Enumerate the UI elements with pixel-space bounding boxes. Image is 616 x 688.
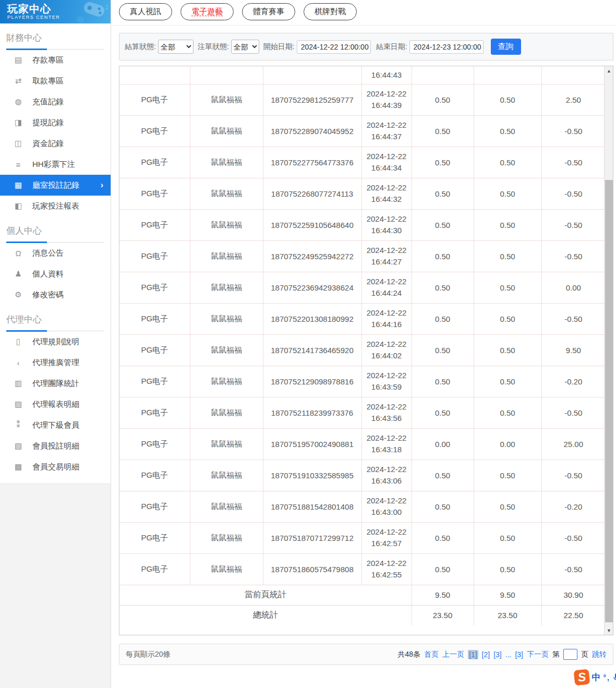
datetime-date: 2024-12-22 [363, 88, 410, 100]
sidebar-item-active[interactable]: ▦廳室投註記錄› [0, 175, 111, 196]
page-number[interactable]: [1] [468, 650, 478, 659]
datetime-time: 16:43:00 [363, 506, 410, 518]
ime-toolbar[interactable]: S 中 °, [574, 670, 616, 685]
cell-valid-bet: 0.00 [474, 428, 541, 460]
cell-order-id: 1870752277564773376 [263, 147, 361, 178]
datetime-date: 2024-12-22 [363, 495, 410, 506]
cell-order-id: 1870752249525942272 [263, 240, 361, 272]
scrollbar-down-button[interactable]: ▼ [605, 626, 613, 635]
jump-prefix-label: 第 [552, 650, 560, 659]
jump-button[interactable]: 跳转 [592, 650, 607, 659]
datetime-date: 2024-12-22 [363, 213, 410, 225]
member-transaction-detail-icon: ▩ [14, 462, 23, 472]
cell-datetime: 2024-12-2216:44:37 [361, 115, 412, 147]
tab-item[interactable]: 棋牌對戰 [304, 3, 357, 20]
sidebar-item-link[interactable]: ▯代理規則說明 [0, 331, 111, 352]
scrollbar-track[interactable]: ▲ ▼ [604, 66, 613, 635]
cell-datetime: 2024-12-2216:44:39 [361, 84, 412, 115]
settle-status-select[interactable]: 全部 [158, 40, 194, 54]
sidebar-item-link[interactable]: ⁑代理下級會員 [0, 415, 111, 436]
sidebar-item-link[interactable]: ‹代理推廣管理 [0, 352, 111, 373]
page: 玩家中心 PLAYERS CENTER 財務中心▤存款專區⇄取款專區◍充值記錄◨… [0, 0, 616, 688]
sidebar-item-link[interactable]: Ω消息公告 [0, 243, 111, 263]
table-row: PG电子鼠鼠福福18707518815428014082024-12-2216:… [119, 491, 605, 522]
sidebar-item-link[interactable]: ◫資金記錄 [0, 133, 111, 154]
page-number[interactable]: [3] [493, 650, 502, 659]
table-row: PG电子鼠鼠福福18707518707172997122024-12-2216:… [119, 522, 605, 553]
cell-datetime: 2024-12-2216:43:18 [361, 428, 412, 460]
sidebar-item-label: 代理下級會員 [32, 420, 79, 430]
summary-label: 當前頁統計 [119, 585, 412, 605]
cell-bet-amount: 0.50 [412, 115, 474, 147]
page-size-text: 每頁顯示20條 [126, 650, 171, 659]
sidebar: 玩家中心 PLAYERS CENTER 財務中心▤存款專區⇄取款專區◍充值記錄◨… [0, 0, 111, 688]
sidebar-item-link[interactable]: ▩會員交易明細 [0, 456, 111, 477]
sidebar-section-title: 代理中心 [6, 313, 104, 331]
agent-sub-members-icon: ⁑ [14, 420, 23, 430]
page-number[interactable]: [3] [515, 650, 523, 659]
start-date-input[interactable] [297, 40, 371, 54]
datetime-date: 2024-12-22 [363, 307, 410, 319]
cell-empty [541, 66, 605, 84]
start-date-label: 開始日期: [263, 42, 295, 52]
ime-language-indicator[interactable]: 中 [592, 671, 601, 683]
cell-datetime: 2024-12-2216:43:56 [361, 397, 412, 428]
pagination-first[interactable]: 首页 [424, 650, 439, 659]
jump-page-input[interactable] [563, 649, 577, 660]
cell-bet-amount: 0.50 [412, 303, 474, 334]
agent-team-stats-icon: ▥ [14, 379, 23, 388]
cell-valid-bet: 0.50 [474, 397, 541, 428]
scrollbar-up-button[interactable]: ▲ [605, 66, 613, 75]
cell-win-loss: -0.50 [541, 240, 605, 272]
tab-active[interactable]: 電子遊藝 [180, 3, 234, 20]
cell-win-loss: -0.50 [541, 397, 605, 428]
tab-item[interactable]: 體育賽事 [242, 3, 295, 20]
sidebar-item-label: 廳室投註記錄 [32, 180, 79, 190]
sidebar-item-link[interactable]: ▧會員投註明細 [0, 436, 111, 456]
datetime-time: 16:43:59 [363, 381, 410, 393]
cell-platform: PG电子 [119, 303, 190, 334]
sidebar-item-link[interactable]: ≡HH彩票下注 [0, 154, 111, 175]
cell-win-loss: -0.50 [541, 209, 605, 240]
member-bet-detail-icon: ▧ [14, 441, 23, 451]
cell-empty [412, 66, 474, 84]
page-number[interactable]: [2] [482, 650, 490, 659]
pagination-next[interactable]: 下一页 [527, 650, 549, 659]
table-row: PG电子鼠鼠福福18707522775647733762024-12-2216:… [119, 147, 605, 178]
tab-item[interactable]: 真人視訊 [119, 3, 172, 20]
cell-empty [263, 66, 361, 84]
summary-bet-amount: 9.50 [412, 585, 474, 605]
agent-rules-doc-icon: ▯ [14, 337, 23, 346]
sidebar-item-link[interactable]: ▥代理團隊統計 [0, 373, 111, 394]
table-row: PG电子鼠鼠福福18707522981252597772024-12-2216:… [119, 84, 605, 115]
sidebar-item-link[interactable]: ◨提現記錄 [0, 112, 111, 133]
summary-win-loss: 22.50 [541, 605, 605, 625]
cell-bet-amount: 0.50 [412, 209, 474, 240]
sogou-logo-icon[interactable]: S [573, 669, 590, 686]
cell-player: 鼠鼠福福 [190, 240, 263, 272]
sidebar-item-link[interactable]: ▤存款專區 [0, 50, 111, 70]
jump-suffix-label: 页 [581, 650, 588, 659]
cell-player: 鼠鼠福福 [190, 147, 263, 178]
scrollbar-thumb[interactable] [605, 180, 613, 622]
end-date-input[interactable] [409, 40, 484, 54]
summary-valid-bet: 23.50 [474, 605, 541, 625]
sidebar-item-link[interactable]: ♟個人資料 [0, 263, 111, 284]
table-row: PG电子鼠鼠福福18707518605754798082024-12-2216:… [119, 553, 605, 585]
cell-player: 鼠鼠福福 [190, 272, 263, 303]
summary-label: 總統計 [119, 605, 412, 625]
cell-player: 鼠鼠福福 [190, 178, 263, 209]
table-row: PG电子鼠鼠福福18707521417364659202024-12-2216:… [119, 334, 605, 366]
order-status-select[interactable]: 全部 [231, 40, 259, 54]
sidebar-item-link[interactable]: ⚙修改密碼 [0, 284, 111, 305]
sidebar-item-link[interactable]: ▨代理報表明細 [0, 394, 111, 415]
sidebar-item-link[interactable]: ◧玩家投注報表 [0, 196, 111, 216]
search-button[interactable]: 查詢 [491, 39, 521, 55]
cell-time: 16:44:43 [361, 66, 412, 84]
sidebar-item-link[interactable]: ⇄取款專區 [0, 70, 111, 91]
pagination-prev[interactable]: 上一页 [442, 650, 464, 659]
ime-mic-icon[interactable] [613, 673, 616, 682]
ime-punctuation-indicator[interactable]: °, [603, 673, 611, 682]
order-status-label: 注單狀態: [198, 42, 229, 52]
sidebar-item-link[interactable]: ◍充值記錄 [0, 91, 111, 112]
